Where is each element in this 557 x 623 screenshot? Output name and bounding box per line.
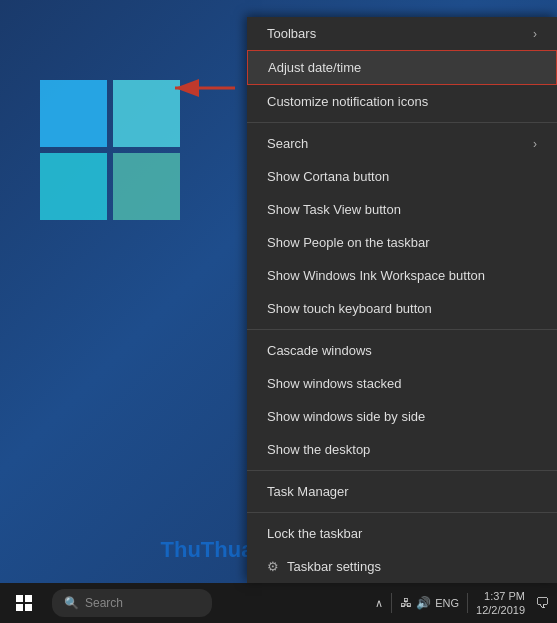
menu-item-show-desktop[interactable]: Show the desktop <box>247 433 557 466</box>
menu-item-show-keyboard[interactable]: Show touch keyboard button <box>247 292 557 325</box>
start-button[interactable] <box>0 583 48 623</box>
menu-item-show-cortana[interactable]: Show Cortana button <box>247 160 557 193</box>
menu-item-search[interactable]: Search › <box>247 127 557 160</box>
taskbar-search-box[interactable]: 🔍 Search <box>52 589 212 617</box>
menu-item-side-by-side[interactable]: Show windows side by side <box>247 400 557 433</box>
submenu-arrow-search-icon: › <box>533 137 537 151</box>
windows-logo <box>40 80 180 220</box>
taskbar-left: 🔍 Search <box>0 583 212 623</box>
annotation-arrow <box>165 68 245 112</box>
language-label[interactable]: ENG <box>435 597 459 609</box>
chevron-up-icon[interactable]: ∧ <box>375 597 383 610</box>
menu-item-show-ink[interactable]: Show Windows Ink Workspace button <box>247 259 557 292</box>
menu-item-taskbar-settings[interactable]: ⚙ Taskbar settings <box>247 550 557 583</box>
menu-divider-1 <box>247 122 557 123</box>
menu-item-stacked[interactable]: Show windows stacked <box>247 367 557 400</box>
menu-item-show-people[interactable]: Show People on the taskbar <box>247 226 557 259</box>
taskbar-right: ∧ 🖧 🔊 ENG 1:37 PM 12/2/2019 🗨 <box>375 589 557 618</box>
network-icon: 🖧 <box>400 596 412 610</box>
menu-item-customize-notification[interactable]: Customize notification icons <box>247 85 557 118</box>
menu-item-adjust-datetime[interactable]: Adjust date/time <box>247 50 557 85</box>
menu-item-cascade[interactable]: Cascade windows <box>247 334 557 367</box>
menu-item-lock-taskbar[interactable]: Lock the taskbar <box>247 517 557 550</box>
notification-center-icon[interactable]: 🗨 <box>535 595 549 611</box>
menu-divider-2 <box>247 329 557 330</box>
menu-item-toolbars[interactable]: Toolbars › <box>247 17 557 50</box>
menu-item-task-manager[interactable]: Task Manager <box>247 475 557 508</box>
tray-separator-2 <box>467 593 468 613</box>
menu-divider-3 <box>247 470 557 471</box>
menu-divider-4 <box>247 512 557 513</box>
search-placeholder: Search <box>85 596 123 610</box>
gear-icon: ⚙ <box>267 559 279 574</box>
submenu-arrow-icon: › <box>533 27 537 41</box>
context-menu: Toolbars › Adjust date/time Customize no… <box>247 17 557 583</box>
system-clock[interactable]: 1:37 PM 12/2/2019 <box>476 589 525 618</box>
windows-start-icon <box>16 595 32 611</box>
volume-icon[interactable]: 🔊 <box>416 596 431 610</box>
desktop: ThuThuatPhanMem.vn Toolbars › Adjust dat… <box>0 0 557 623</box>
search-icon: 🔍 <box>64 596 79 610</box>
clock-date: 12/2/2019 <box>476 603 525 617</box>
menu-item-show-taskview[interactable]: Show Task View button <box>247 193 557 226</box>
taskbar: 🔍 Search ∧ 🖧 🔊 ENG 1:37 PM 12/2/2019 🗨 <box>0 583 557 623</box>
clock-time: 1:37 PM <box>476 589 525 603</box>
tray-icons: ∧ 🖧 🔊 ENG <box>375 593 472 613</box>
tray-separator <box>391 593 392 613</box>
